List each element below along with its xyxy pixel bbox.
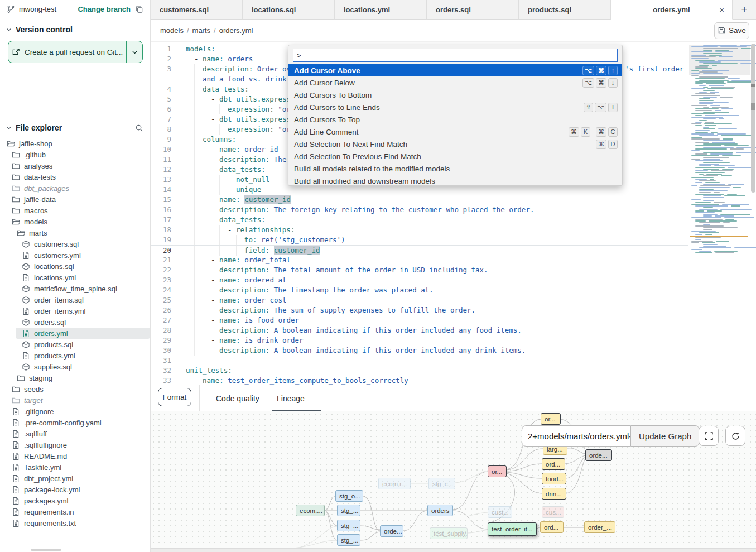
- code-line-16[interactable]: 16description: The foreign key relating …: [151, 205, 688, 215]
- lineage-node-ord-[interactable]: ord...: [540, 521, 564, 533]
- lineage-node-or-[interactable]: or...: [488, 465, 507, 477]
- lineage-node-stg-o-[interactable]: stg_o...: [335, 490, 363, 502]
- file-tree-item-requirements-in[interactable]: requirements.in: [0, 506, 150, 517]
- lineage-node-test-supply-[interactable]: test_supply...: [430, 527, 468, 539]
- code-line-33[interactable]: 33- name: test_order_items_compute_to_bo…: [151, 376, 688, 385]
- file-tree-item-locations-sql[interactable]: locations.sql: [0, 261, 150, 272]
- file-tree-item-dbt-packages[interactable]: dbt_packages: [0, 183, 150, 194]
- file-tree-item-orders-sql[interactable]: orders.sql: [0, 316, 150, 328]
- file-tree-item--gitignore[interactable]: .gitignore: [0, 406, 150, 417]
- refresh-graph-button[interactable]: [725, 426, 745, 446]
- lineage-node-orders[interactable]: orders: [427, 505, 453, 516]
- lineage-canvas[interactable]: ecom....stg_o...stg_...stg_...stg_...ord…: [151, 411, 756, 548]
- lineage-node-orde-[interactable]: orde...: [380, 525, 403, 537]
- code-line-24[interactable]: 24description: The timestamp the order w…: [151, 285, 688, 295]
- file-tree-item-readme-md[interactable]: README.md: [0, 450, 150, 462]
- create-pull-request-button[interactable]: Create a pull request on Git...: [8, 41, 143, 63]
- command-item-build-all-models-related-to-the-modified-models[interactable]: Build all models related to the modified…: [288, 162, 622, 175]
- breadcrumb-part[interactable]: marts: [192, 26, 211, 35]
- file-tree-item-order-items-sql[interactable]: order_items.sql: [0, 294, 150, 305]
- code-line-23[interactable]: 23- name: ordered_at: [151, 275, 688, 285]
- file-tree-item-products-sql[interactable]: products.sql: [0, 339, 150, 350]
- code-line-26[interactable]: 26description: The sum of supply expense…: [151, 305, 688, 315]
- command-item-add-cursor-above[interactable]: Add Cursor Above⌥⌘↑: [288, 64, 622, 76]
- lineage-node-test-order-it-[interactable]: test_order_it...: [488, 522, 537, 536]
- file-tree-item-models[interactable]: models: [0, 216, 150, 227]
- file-explorer-header[interactable]: File explorer: [0, 117, 150, 137]
- graph-selector-input[interactable]: 2+models/marts/orders.yml+: [522, 425, 630, 447]
- tab-lineage[interactable]: Lineage: [277, 385, 305, 411]
- pr-button-dropdown[interactable]: [127, 41, 142, 63]
- lineage-node-ecom-r-[interactable]: ecom.r...: [378, 478, 411, 489]
- copy-branch-icon[interactable]: [135, 5, 143, 13]
- fullscreen-button[interactable]: [699, 426, 719, 446]
- file-tree-item-jaffle-data[interactable]: jaffle-data: [0, 194, 150, 205]
- file-tree-item--github[interactable]: .github: [0, 149, 150, 160]
- lineage-node-stg-c-[interactable]: stg_c...: [428, 478, 455, 489]
- code-line-22[interactable]: 22description: The total amount of the o…: [151, 265, 688, 275]
- file-tree-item-data-tests[interactable]: data-tests: [0, 171, 150, 183]
- lineage-node-food-[interactable]: food...: [542, 473, 566, 484]
- lineage-node-cust-[interactable]: cust...: [488, 506, 512, 518]
- file-tree-item-orders-yml[interactable]: orders.yml: [16, 328, 150, 339]
- lineage-node-cus-[interactable]: cus...: [542, 506, 564, 518]
- lineage-node-or-[interactable]: or...: [541, 413, 561, 425]
- version-control-header[interactable]: Version control: [0, 18, 150, 39]
- file-tab-orders-yml[interactable]: orders.yml×: [611, 0, 733, 20]
- file-tree-item-dbt-project-yml[interactable]: dbt_project.yml: [0, 473, 150, 484]
- file-tree-item--pre-commit-config-yaml[interactable]: .pre-commit-config.yaml: [0, 417, 150, 428]
- file-tree-item-order-items-yml[interactable]: order_items.yml: [0, 305, 150, 316]
- lineage-node-orde-[interactable]: orde...: [585, 449, 612, 461]
- code-line-20[interactable]: 20field: customer_id: [151, 245, 688, 255]
- command-item-add-cursor-below[interactable]: Add Cursor Below⌥⌘↓: [288, 76, 622, 89]
- code-line-27[interactable]: 27- name: is_food_order: [151, 315, 688, 325]
- close-tab-icon[interactable]: ×: [719, 5, 724, 15]
- code-line-28[interactable]: 28description: A boolean indicating if t…: [151, 325, 688, 335]
- code-line-25[interactable]: 25- name: order_cost: [151, 295, 688, 305]
- tab-code-quality[interactable]: Code quality: [216, 385, 259, 411]
- bottom-scrollbar-strip[interactable]: [151, 548, 756, 552]
- search-icon[interactable]: [135, 124, 143, 132]
- file-tab-locations-sql[interactable]: locations.sql: [243, 0, 335, 20]
- breadcrumb-part[interactable]: orders.yml: [219, 26, 253, 35]
- lineage-node-stg-[interactable]: stg_...: [337, 534, 360, 546]
- file-tree-item-analyses[interactable]: analyses: [0, 160, 150, 171]
- file-tree-item-packages-yml[interactable]: packages.yml: [0, 495, 150, 506]
- breadcrumb-part[interactable]: models: [160, 26, 184, 35]
- code-line-19[interactable]: 19to: ref('stg_customers'): [151, 235, 688, 245]
- code-line-17[interactable]: 17data_tests:: [151, 215, 688, 225]
- file-tab-products-sql[interactable]: products.sql: [519, 0, 611, 20]
- command-item-add-cursors-to-top[interactable]: Add Cursors To Top: [288, 113, 622, 126]
- sidebar-hscrollbar[interactable]: [31, 549, 61, 551]
- file-tree-item-taskfile-yml[interactable]: Taskfile.yml: [0, 462, 150, 473]
- file-tab-locations-yml[interactable]: locations.yml: [335, 0, 427, 20]
- command-item-add-cursors-to-bottom[interactable]: Add Cursors To Bottom: [288, 89, 622, 101]
- code-line-18[interactable]: 18- relationships:: [151, 225, 688, 235]
- code-line-15[interactable]: 15- name: customer_id: [151, 195, 688, 205]
- command-item-add-cursors-to-line-ends[interactable]: Add Cursors to Line Ends⇧⌥I: [288, 101, 622, 113]
- code-editor[interactable]: 1models:2- name: orders3description: Ord…: [151, 42, 756, 385]
- code-line-31[interactable]: 31: [151, 356, 688, 366]
- command-item-add-selection-to-next-find-match[interactable]: Add Selection To Next Find Match⌘D: [288, 138, 622, 150]
- format-button[interactable]: Format: [158, 388, 191, 406]
- lineage-node-stg-[interactable]: stg_...: [337, 505, 360, 516]
- code-line-32[interactable]: 32unit_tests:: [151, 366, 688, 376]
- file-tab-customers-sql[interactable]: customers.sql: [151, 0, 243, 20]
- update-graph-button[interactable]: Update Graph: [630, 425, 700, 447]
- editor-vscrollbar[interactable]: [750, 42, 756, 385]
- file-tree-item--sqlfluff[interactable]: .sqlfluff: [0, 428, 150, 439]
- file-tree-item-macros[interactable]: macros: [0, 205, 150, 216]
- change-branch-link[interactable]: Change branch: [78, 5, 131, 13]
- file-tree-item-customers-yml[interactable]: customers.yml: [0, 249, 150, 261]
- code-line-30[interactable]: 30description: A boolean indicating if t…: [151, 345, 688, 356]
- file-tree-item-seeds[interactable]: seeds: [0, 383, 150, 395]
- file-tree-item--sqlfluffignore[interactable]: .sqlfluffignore: [0, 439, 150, 450]
- command-palette-input[interactable]: >: [293, 49, 618, 62]
- file-tree-item-requirements-txt[interactable]: requirements.txt: [0, 517, 150, 529]
- lineage-node-order-[interactable]: order_...: [584, 521, 615, 533]
- code-line-21[interactable]: 21- name: order_total: [151, 255, 688, 265]
- lineage-node-drin-[interactable]: drin...: [542, 488, 566, 500]
- file-tree-item-marts[interactable]: marts: [0, 227, 150, 238]
- command-item-build-all-modified-and-downstream-models[interactable]: Build all modified and downstream models: [288, 175, 622, 187]
- file-tree-item-locations-yml[interactable]: locations.yml: [0, 272, 150, 283]
